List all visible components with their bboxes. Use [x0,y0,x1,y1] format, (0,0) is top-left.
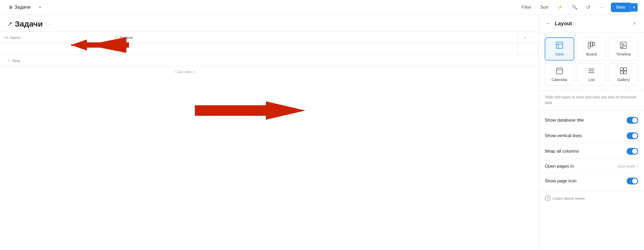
table-layout-label: Table [555,52,564,56]
col-name-prefix: Aa [4,36,8,39]
panel-header-left: ← Layout [545,20,572,27]
more-options-button[interactable]: ··· [597,3,607,12]
svg-rect-12 [621,47,623,48]
rotate-icon: ↺ [586,4,590,10]
layout-option-timeline[interactable]: Timeline [609,37,638,61]
data-cell-last-1 [518,43,539,54]
calculate-row[interactable]: Calculate ∨ [0,67,539,77]
more-icon: ··· [599,4,605,10]
lightning-button[interactable]: ⚡ [555,3,566,12]
new-button-group: New ▾ [611,3,638,12]
svg-rect-3 [556,42,563,48]
wrap-all-columns-toggle[interactable] [627,148,638,155]
setting-show-database-title-label: Show database title [545,118,584,123]
layout-option-gallery[interactable]: Gallery [609,63,638,86]
setting-show-vertical-lines-label: Show vertical lines [545,133,582,138]
toggle-knob [632,133,637,138]
list-layout-label: List [588,77,595,82]
toggle-knob [632,118,637,123]
learn-about-views-button[interactable]: ? Learn about views [539,191,644,205]
svg-rect-6 [588,42,590,48]
calendar-layout-label: Calendar [551,77,567,82]
search-button[interactable]: 🔍 [569,3,580,12]
layout-option-board[interactable]: Board [577,37,606,61]
table-data-row-1 [0,43,539,55]
panel-back-button[interactable]: ← [545,20,552,27]
toolbar: Filter Sort ⚡ 🔍 ↺ ··· New ▾ [519,3,638,12]
new-dropdown-button[interactable]: ▾ [630,3,638,12]
new-row-plus-icon: + [7,58,10,63]
dropdown-icon: ▾ [633,5,635,9]
panel-title: Layout [555,21,572,27]
svg-rect-10 [621,44,624,45]
filter-button[interactable]: Filter [519,3,534,12]
back-arrow-icon: ← [546,21,551,26]
board-layout-icon [588,42,595,50]
page-title: Задачи [15,19,43,28]
top-bar: ⊞ Задачи + Filter Sort ⚡ 🔍 ↺ ··· New ▾ [0,0,644,15]
setting-wrap-all-columns-label: Wrap all columns [545,149,579,154]
setting-open-pages-in: Open pages in Side peek › [545,159,638,173]
main-area: ↗ Задачи ··· Aa Name ↗ Задачи + ··· [0,15,644,250]
svg-rect-8 [593,42,595,46]
page-title-more-button[interactable]: ··· [45,21,52,27]
close-icon: × [633,21,636,26]
layout-option-calendar[interactable]: Calendar [545,63,574,86]
tab-zadachi[interactable]: ⊞ Задачи [6,3,33,12]
table-icon: ⊞ [9,5,12,10]
svg-rect-7 [591,42,592,47]
lightning-icon: ⚡ [557,4,563,10]
table-header-row: Aa Name ↗ Задачи + ··· [0,32,539,43]
svg-rect-22 [620,71,623,74]
table-layout-icon [556,42,563,50]
show-database-title-toggle[interactable] [627,117,638,124]
svg-rect-20 [620,68,623,71]
setting-show-vertical-lines: Show vertical lines [545,128,638,144]
gallery-layout-icon [620,67,627,75]
setting-show-database-title: Show database title [545,113,638,128]
show-page-icon-toggle[interactable] [627,178,638,184]
panel-header: ← Layout × [539,15,644,33]
new-button[interactable]: New [611,3,630,12]
data-cell-zadachi-1 [111,43,518,54]
svg-rect-21 [624,68,627,71]
calculate-label: Calculate [175,69,192,74]
panel-description: Table with types to store and view any k… [539,91,644,111]
setting-show-page-icon-label: Show page icon [545,178,577,184]
tab-bar: ⊞ Задачи + [6,3,44,12]
col-more-icon[interactable]: ··· [529,35,532,39]
panel-close-button[interactable]: × [631,19,638,28]
data-cell-name-1 [0,43,111,54]
right-panel: ← Layout × Table [539,15,644,250]
settings-list: Show database title Show vertical lines … [539,111,644,191]
timeline-layout-label: Timeline [616,52,631,56]
show-vertical-lines-toggle[interactable] [627,132,638,139]
col-zadachi-label: Задачи [119,35,132,40]
layout-option-list[interactable]: List [577,63,606,86]
svg-rect-13 [556,68,563,74]
timeline-layout-icon [620,42,627,50]
toggle-knob [632,178,637,184]
search-icon: 🔍 [572,4,577,10]
board-layout-label: Board [586,52,597,56]
table-area: ↗ Задачи ··· Aa Name ↗ Задачи + ··· [0,15,539,250]
new-row-button[interactable]: + New [0,55,539,67]
col-name-header[interactable]: Aa Name [0,32,111,43]
rotate-button[interactable]: ↺ [584,3,593,12]
col-add-icon[interactable]: + [524,35,526,39]
col-zadachi-arrow-icon: ↗ [115,36,118,39]
help-icon: ? [545,195,551,201]
col-zadachi-header[interactable]: ↗ Задачи [111,32,518,43]
learn-about-views-label: Learn about views [553,196,585,201]
layout-option-table[interactable]: Table [545,37,574,61]
list-layout-icon [588,67,595,75]
sort-button[interactable]: Sort [538,3,551,12]
new-row-label: New [12,58,20,63]
filter-label: Filter [521,5,531,10]
tab-label: Задачи [14,4,30,10]
open-pages-in-text: Side peek [617,164,635,168]
toggle-knob [632,149,637,154]
add-tab-button[interactable]: + [36,3,44,12]
sort-label: Sort [540,5,548,10]
open-pages-in-value[interactable]: Side peek › [617,163,638,169]
